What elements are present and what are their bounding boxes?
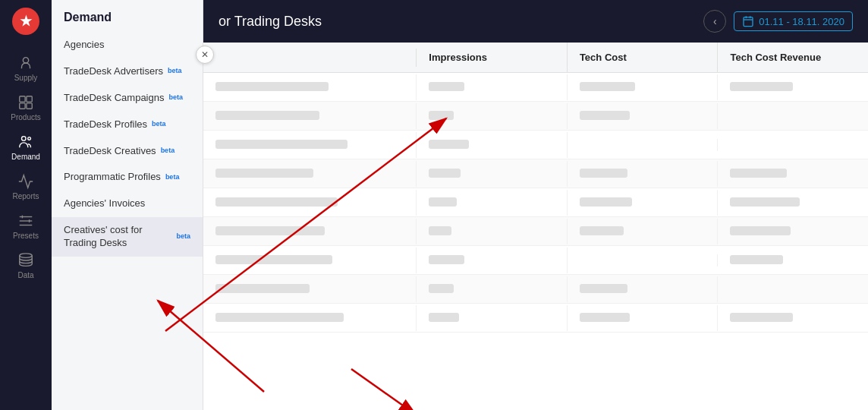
td-name — [203, 74, 417, 100]
nav-item-products[interactable]: Products — [0, 88, 52, 128]
close-button[interactable]: ✕ — [196, 46, 214, 64]
td-tech-cost — [568, 276, 719, 302]
td-tech-cost — [568, 74, 719, 100]
svg-rect-1 — [20, 96, 25, 102]
date-range-button[interactable]: 01.11 - 18.11. 2020 — [734, 11, 853, 31]
svg-rect-13 — [744, 17, 753, 27]
td-impressions — [417, 103, 568, 129]
beta-badge: beta — [168, 93, 183, 102]
td-impressions — [417, 132, 568, 158]
table-body — [203, 73, 868, 333]
sidebar-item-tradedesk-creatives[interactable]: TradeDesk Creatives beta — [52, 138, 203, 165]
td-tech-cost — [568, 103, 719, 129]
td-tech-cost — [568, 254, 719, 266]
table-area: Impressions Tech Cost Tech Cost Revenue — [203, 43, 868, 410]
calendar-icon — [742, 15, 754, 27]
sidebar: Demand Agencies TradeDesk Advertisers be… — [52, 0, 203, 410]
td-name — [203, 190, 417, 216]
sidebar-item-tradedesk-profiles[interactable]: TradeDesk Profiles beta — [52, 112, 203, 138]
date-range-label: 01.11 - 18.11. 2020 — [759, 16, 844, 27]
sidebar-item-agencies[interactable]: Agencies — [52, 32, 203, 58]
sidebar-item-agencies-invoices[interactable]: Agencies' Invoices — [52, 191, 203, 217]
td-impressions — [417, 161, 568, 187]
top-bar-right: ‹ 01.11 - 18.11. 2020 — [703, 10, 853, 33]
beta-badge: beta — [161, 147, 175, 156]
td-tech-cost — [568, 139, 719, 151]
svg-rect-4 — [27, 103, 32, 109]
svg-point-12 — [20, 254, 33, 258]
td-impressions — [417, 276, 568, 302]
nav-item-supply[interactable]: Supply — [0, 49, 52, 88]
table-row[interactable] — [203, 102, 868, 131]
table-row[interactable] — [203, 188, 868, 217]
table-row[interactable] — [203, 159, 868, 188]
svg-point-5 — [22, 137, 27, 141]
table-row[interactable] — [203, 304, 868, 333]
td-tech-cost-revenue — [718, 190, 868, 216]
page-title: or Trading Desks — [219, 14, 322, 30]
td-impressions — [417, 219, 568, 244]
sidebar-item-tradedesk-campaigns[interactable]: TradeDesk Campaigns beta — [52, 85, 203, 112]
td-tech-cost — [568, 161, 719, 187]
table-row[interactable] — [203, 73, 868, 102]
td-tech-cost-revenue — [718, 219, 868, 244]
nav-item-presets[interactable]: Presets — [0, 207, 52, 246]
svg-point-6 — [28, 137, 31, 140]
table-header: Impressions Tech Cost Tech Cost Revenue — [203, 43, 868, 73]
sidebar-menu: Agencies TradeDesk Advertisers beta Trad… — [52, 32, 203, 410]
td-impressions — [417, 74, 568, 100]
nav-item-reports[interactable]: Reports — [0, 167, 52, 207]
nav-rail: ★ Supply Products Demand Reports Pr — [0, 0, 52, 410]
beta-badge: beta — [168, 67, 182, 76]
table-row[interactable] — [203, 275, 868, 304]
td-tech-cost — [568, 305, 719, 331]
beta-badge: beta — [152, 120, 166, 129]
td-tech-cost-revenue — [718, 161, 868, 187]
back-button[interactable]: ‹ — [703, 10, 726, 33]
nav-logo[interactable]: ★ — [12, 8, 39, 35]
sidebar-item-tradedesk-advertisers[interactable]: TradeDesk Advertisers beta — [52, 58, 203, 85]
td-impressions — [417, 305, 568, 331]
td-name — [203, 305, 417, 331]
beta-badge: beta — [165, 173, 180, 182]
nav-item-demand[interactable]: Demand — [0, 128, 52, 167]
top-bar: or Trading Desks ‹ 01.11 - 18.11. 2020 — [203, 0, 868, 43]
svg-rect-3 — [20, 103, 25, 109]
col-tech-cost-revenue: Tech Cost Revenue — [718, 43, 868, 72]
main-area: or Trading Desks ‹ 01.11 - 18.11. 2020 I… — [203, 0, 868, 410]
beta-badge: beta — [176, 232, 190, 241]
td-impressions — [417, 190, 568, 216]
td-name — [203, 161, 417, 187]
sidebar-item-creatives-cost[interactable]: Creatives' cost for Trading Desks beta — [52, 217, 203, 257]
td-tech-cost-revenue — [718, 305, 868, 331]
table-row[interactable] — [203, 217, 868, 246]
td-name — [203, 276, 417, 302]
col-impressions: Impressions — [417, 43, 568, 72]
col-name — [203, 49, 417, 67]
table-row[interactable] — [203, 246, 868, 275]
table-row[interactable] — [203, 131, 868, 159]
td-tech-cost — [568, 190, 719, 216]
td-name — [203, 219, 417, 244]
td-tech-cost-revenue — [718, 248, 868, 273]
td-tech-cost-revenue — [718, 74, 868, 100]
sidebar-item-programmatic-profiles[interactable]: Programmatic Profiles beta — [52, 164, 203, 191]
svg-point-0 — [23, 58, 28, 63]
col-tech-cost: Tech Cost — [568, 43, 719, 72]
td-name — [203, 132, 417, 158]
td-impressions — [417, 248, 568, 273]
td-tech-cost-revenue — [718, 283, 868, 295]
td-name — [203, 248, 417, 273]
sidebar-title: Demand — [52, 0, 203, 32]
svg-rect-2 — [27, 96, 32, 102]
nav-item-data[interactable]: Data — [0, 246, 52, 285]
td-name — [203, 103, 417, 129]
td-tech-cost — [568, 219, 719, 244]
td-tech-cost-revenue — [718, 139, 868, 151]
td-tech-cost-revenue — [718, 110, 868, 122]
